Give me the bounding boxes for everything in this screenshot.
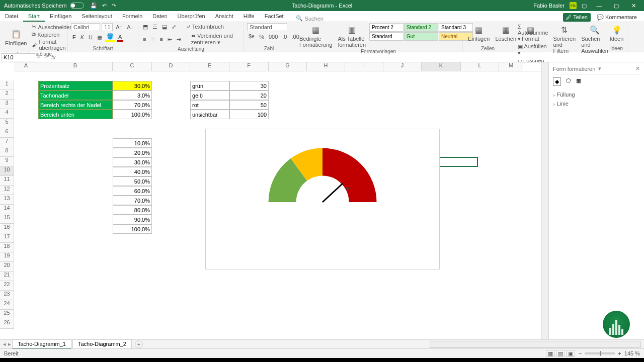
border-icon[interactable]: ▦ bbox=[96, 34, 104, 41]
view-buttons[interactable]: ▦▤▣ bbox=[545, 350, 576, 357]
ideas-button[interactable]: 💡Ideen bbox=[609, 23, 624, 43]
col-header-C[interactable]: C bbox=[113, 62, 152, 71]
decrease-font-icon[interactable]: A↓ bbox=[125, 24, 135, 31]
orientation-icon[interactable]: ⤢ bbox=[170, 23, 178, 31]
search-label[interactable]: Suchen bbox=[305, 16, 324, 22]
bold-button[interactable]: F bbox=[71, 34, 77, 41]
col-header-K[interactable]: K bbox=[422, 62, 461, 71]
cell-B4[interactable]: Bereich rechts der Nadel bbox=[38, 100, 113, 110]
row-header-26[interactable]: 26 bbox=[0, 319, 14, 329]
shape-size-icon[interactable]: ▦ bbox=[576, 77, 581, 86]
row-header-12[interactable]: 12 bbox=[0, 186, 14, 195]
align-right-icon[interactable]: ≡ bbox=[158, 36, 164, 43]
menu-tab-einfügen[interactable]: Einfügen bbox=[45, 12, 76, 22]
align-left-icon[interactable]: ≡ bbox=[141, 36, 147, 43]
row-header-22[interactable]: 22 bbox=[0, 281, 14, 291]
cell-C8[interactable]: 10,0% bbox=[113, 138, 152, 148]
zoom-in-icon[interactable]: + bbox=[618, 350, 621, 356]
currency-icon[interactable]: $▾ bbox=[247, 33, 256, 40]
autosave-toggle[interactable] bbox=[70, 3, 84, 9]
autosum-button[interactable]: Σ AutoSumme ▾ bbox=[516, 23, 550, 43]
selected-cell-k10[interactable] bbox=[439, 157, 478, 167]
paste-button[interactable]: 📋Einfügen bbox=[3, 28, 29, 47]
col-header-D[interactable]: D bbox=[152, 62, 190, 71]
row-header-13[interactable]: 13 bbox=[0, 195, 14, 205]
cell-E4[interactable]: rot bbox=[190, 100, 229, 110]
close-button[interactable]: ✕ bbox=[626, 0, 641, 11]
menu-tab-hilfe[interactable]: Hilfe bbox=[238, 12, 260, 22]
save-icon[interactable]: 💾 bbox=[90, 3, 97, 9]
share-button[interactable]: 🖊 Teilen bbox=[563, 13, 591, 22]
style-cell[interactable]: Standard 2 bbox=[404, 23, 438, 32]
font-name-select[interactable]: Calibri bbox=[71, 23, 100, 31]
cell-C10[interactable]: 30,0% bbox=[113, 157, 152, 167]
menu-tab-formeln[interactable]: Formeln bbox=[117, 12, 147, 22]
comma-icon[interactable]: 000 bbox=[267, 33, 279, 40]
row-header-11[interactable]: 11 bbox=[0, 176, 14, 186]
sheet-tab[interactable]: Tacho-Diagramm_1 bbox=[12, 339, 71, 349]
indent-inc-icon[interactable]: ⇥ bbox=[175, 36, 183, 43]
cell-B5[interactable]: Bereich unten bbox=[38, 110, 113, 119]
row-header-9[interactable]: 9 bbox=[0, 157, 14, 166]
align-bot-icon[interactable]: ⬓ bbox=[160, 23, 169, 31]
cell-C16[interactable]: 90,0% bbox=[113, 215, 152, 224]
underline-button[interactable]: U bbox=[87, 34, 94, 41]
percent-icon[interactable]: % bbox=[258, 33, 266, 40]
row-header-5[interactable]: 5 bbox=[0, 119, 14, 128]
col-header-G[interactable]: G bbox=[269, 62, 307, 71]
row-header-25[interactable]: 25 bbox=[0, 310, 14, 319]
cell-B2[interactable]: Prozentsatz bbox=[38, 81, 113, 90]
row-header-2[interactable]: 2 bbox=[0, 90, 14, 100]
pane-options-icon[interactable]: ▾ bbox=[598, 65, 601, 72]
conditional-format-button[interactable]: ▦Bedingte Formatierung bbox=[297, 23, 334, 49]
formula-input[interactable] bbox=[59, 54, 644, 60]
cancel-icon[interactable]: ✕ bbox=[36, 54, 41, 60]
row-header-3[interactable]: 3 bbox=[0, 100, 14, 109]
col-header-B[interactable]: B bbox=[38, 62, 113, 71]
align-center-icon[interactable]: ≣ bbox=[149, 36, 156, 43]
sheet-tab[interactable]: Tacho-Diagramm_2 bbox=[72, 339, 132, 349]
style-cell[interactable]: Standard bbox=[369, 32, 404, 41]
zoom-level[interactable]: 145 % bbox=[624, 350, 640, 356]
cell-C12[interactable]: 50,0% bbox=[113, 176, 152, 186]
col-header-J[interactable]: J bbox=[383, 62, 422, 71]
maximize-button[interactable]: ▢ bbox=[609, 0, 624, 11]
row-header-20[interactable]: 20 bbox=[0, 262, 14, 272]
zoom-slider[interactable] bbox=[585, 352, 615, 354]
cell-F5[interactable]: 100 bbox=[229, 110, 269, 119]
row-header-15[interactable]: 15 bbox=[0, 214, 14, 224]
minimize-button[interactable]: — bbox=[592, 0, 607, 11]
row-header-4[interactable]: 4 bbox=[0, 109, 14, 119]
row-header-10[interactable]: 10 bbox=[0, 166, 14, 176]
format-table-button[interactable]: ▥Als Tabelle formatieren bbox=[336, 23, 368, 49]
cell-C2[interactable]: 30,0% bbox=[113, 81, 152, 90]
menu-tab-factset[interactable]: FactSet bbox=[260, 12, 289, 22]
cell-C9[interactable]: 20,0% bbox=[113, 148, 152, 157]
fill-color-icon[interactable]: 🪣 bbox=[105, 33, 115, 42]
col-header-A[interactable]: A bbox=[14, 62, 38, 71]
enter-icon[interactable]: ✓ bbox=[44, 54, 48, 60]
cell-C11[interactable]: 40,0% bbox=[113, 167, 152, 176]
insert-cells-button[interactable]: ▦Einfügen bbox=[466, 23, 492, 43]
number-format-select[interactable]: Standard bbox=[247, 23, 287, 31]
cell-styles-gallery[interactable]: Prozent 2Standard 2Standard 3StandardGut… bbox=[369, 23, 473, 41]
row-header-17[interactable]: 17 bbox=[0, 233, 14, 243]
name-box[interactable] bbox=[1, 53, 35, 61]
menu-tab-datei[interactable]: Datei bbox=[0, 12, 23, 22]
indent-dec-icon[interactable]: ⇤ bbox=[166, 36, 174, 43]
sheet-nav-prev[interactable]: ◂ bbox=[3, 341, 6, 347]
col-header-M[interactable]: M bbox=[499, 62, 523, 71]
font-size-select[interactable]: 11 bbox=[102, 23, 113, 31]
row-header-24[interactable]: 24 bbox=[0, 300, 14, 310]
wrap-text-button[interactable]: ⤶ Textumbruch bbox=[185, 23, 225, 31]
row-header-21[interactable]: 21 bbox=[0, 272, 14, 281]
cell-C17[interactable]: 100,0% bbox=[113, 224, 152, 234]
row-header-14[interactable]: 14 bbox=[0, 205, 14, 214]
menu-tab-daten[interactable]: Daten bbox=[147, 12, 172, 22]
pane-option-fill[interactable]: Füllung bbox=[553, 90, 640, 99]
menu-tab-start[interactable]: Start bbox=[23, 12, 45, 22]
style-cell[interactable]: Prozent 2 bbox=[369, 23, 404, 32]
find-select-button[interactable]: 🔍Suchen und Auswählen bbox=[579, 23, 610, 55]
ribbon-options-icon[interactable]: ▢ bbox=[582, 3, 587, 9]
cell-C15[interactable]: 80,0% bbox=[113, 205, 152, 215]
